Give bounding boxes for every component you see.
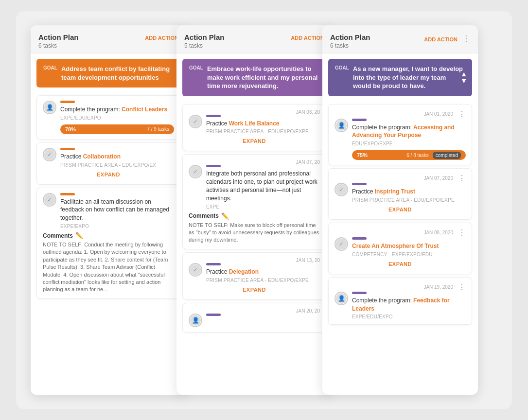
task-3-4: JAN 19, 2020 ⋮ 👤 Complete the program: F… — [328, 277, 472, 325]
task-2-1: JAN 03, 20 ✓ Practice Work Life Balance … — [182, 104, 326, 152]
task-2-1-dot — [206, 115, 221, 117]
task-3-1-more[interactable]: ⋮ — [458, 109, 466, 119]
task-2-3-title: Practice Delegation — [206, 268, 320, 276]
task-3-2-check[interactable]: ✓ — [334, 183, 348, 196]
task-1-2-check[interactable]: ✓ — [43, 148, 56, 161]
task-1-3-dot — [60, 193, 75, 195]
goal-label-3: GOAL — [335, 65, 349, 70]
task-3-2-dot — [352, 183, 367, 185]
task-2-2-comments-text: NOTE TO SELF: Make sure to block off per… — [189, 222, 320, 244]
task-2-2-date: JAN 07, 20 — [296, 159, 320, 165]
task-2-1-link[interactable]: Work Life Balance — [229, 120, 280, 127]
more-options-btn-3[interactable]: ⋮ — [462, 34, 470, 43]
pencil-icon-2-2: ✏️ — [221, 212, 229, 220]
task-3-3-main: Create An Atmosphere Of Trust COMPETENCY… — [352, 237, 466, 257]
task-3-2-expand[interactable]: EXPAND — [334, 203, 466, 214]
task-2-4-date: JAN 20, 20 — [296, 308, 320, 314]
task-3-3-expand[interactable]: EXPAND — [334, 257, 466, 269]
add-action-btn-2[interactable]: ADD ACTION — [291, 35, 324, 41]
card-3-subtitle: 6 tasks — [330, 42, 370, 49]
task-2-3-main: Practice Delegation PRISM PRACTICE AREA … — [206, 263, 320, 283]
card-1-header: Action Plan 6 tasks ADD ACTION — [31, 25, 186, 54]
add-action-btn-3[interactable]: ADD ACTION — [424, 36, 458, 42]
task-3-1-meta: EDU/EXPO/EXPE — [352, 141, 466, 146]
task-2-1-check[interactable]: ✓ — [189, 115, 202, 128]
task-1-2-title: Practice Collaboration — [60, 153, 174, 161]
task-2-4-main — [206, 314, 320, 318]
task-2-1-meta: PRISM PRACTICE AREA - EDU/EXPO/EXPE — [206, 129, 320, 134]
card-2-goal: GOAL Embrace work-life opportunities to … — [182, 59, 326, 96]
task-1-3-check[interactable]: ✓ — [43, 193, 56, 207]
task-3-4-dot — [352, 292, 367, 294]
task-3-3-more[interactable]: ⋮ — [458, 228, 466, 237]
task-2-3-check[interactable]: ✓ — [189, 263, 202, 277]
task-3-2-more[interactable]: ⋮ — [458, 174, 466, 183]
task-2-3: JAN 13, 20 ✓ Practice Delegation PRISM P… — [182, 252, 326, 300]
goal-label-2: GOAL — [189, 65, 203, 70]
task-1-2-link[interactable]: Collaboration — [83, 153, 121, 160]
card-3-body: JAN 01, 2020 ⋮ 👤 Complete the program: A… — [322, 96, 478, 395]
task-3-3-title: Create An Atmosphere Of Trust — [352, 242, 466, 250]
task-3-1-pct: 75% — [357, 152, 368, 158]
task-3-2-meta: PRISM PRACTICE AREA - EDU/EXPO/EXPE — [352, 197, 466, 203]
task-2-3-link[interactable]: Delegation — [229, 268, 259, 275]
task-1-3-main: Facilitate an all-team discussion on fee… — [60, 193, 174, 229]
task-3-1-task-count: 6 / 8 tasks — [406, 153, 429, 158]
task-3-3-meta: COMPETENCY - EXPE/EXPO/EDU — [352, 252, 466, 257]
task-3-3: JAN 08, 2020 ⋮ ✓ Create An Atmosphere Of… — [328, 223, 472, 274]
task-2-3-dot — [206, 263, 221, 265]
task-3-3-date: JAN 08, 2020 — [423, 230, 453, 235]
comments-label-1-3: Comments — [43, 232, 73, 239]
task-1-2-dot — [60, 148, 75, 150]
task-2-4-check[interactable]: 👤 — [189, 314, 202, 327]
task-3-3-check[interactable]: ✓ — [334, 237, 348, 251]
task-3-4-check[interactable]: 👤 — [334, 292, 348, 305]
card-3-header: Action Plan 6 tasks ADD ACTION ⋮ — [322, 25, 478, 54]
task-2-2-check[interactable]: ✓ — [189, 165, 202, 178]
task-2-2-comments-row: Comments ✏️ — [189, 212, 320, 220]
task-3-3-link[interactable]: Create An Atmosphere Of Trust — [352, 243, 439, 249]
task-2-2-dot — [206, 165, 221, 167]
card-2-goal-text: Embrace work-life opportunities to make … — [207, 65, 319, 90]
task-3-1-link[interactable]: Accessing and Advancing Your Purpose — [352, 124, 455, 139]
task-3-1-check[interactable]: 👤 — [334, 119, 348, 132]
task-3-1-progress: 75% 6 / 8 tasks completed — [352, 150, 466, 160]
card-2-header: Action Plan 5 tasks ADD ACTION — [176, 25, 332, 54]
task-3-4-link[interactable]: Feedback for Leaders — [352, 297, 450, 312]
task-1-2-expand[interactable]: EXPAND — [43, 168, 174, 179]
task-1-1-meta: EXPE/EDU/EXPO — [60, 115, 174, 121]
task-1-2: ✓ Practice Collaboration PRISM PRACTICE … — [36, 142, 180, 185]
task-1-1-check[interactable]: 👤 — [43, 101, 56, 114]
card-3-goal-text: As a new manager, I want to develop into… — [353, 65, 465, 90]
action-plan-card-2: Action Plan 5 tasks ADD ACTION GOAL Embr… — [176, 25, 332, 395]
goal-arrows-icon[interactable]: ▲▼ — [460, 70, 467, 84]
task-2-3-meta: PRISM PRACTICE AREA - EDU/EXPO/EXPE — [206, 278, 320, 283]
task-3-3-dot — [352, 237, 367, 240]
task-2-2-main: Integrate both personal and professional… — [206, 165, 320, 209]
task-1-3-meta: EXPE/EXPO — [60, 224, 174, 229]
task-1-3-comments-text: NOTE TO SELF: Conduct the meeting by fol… — [43, 241, 174, 294]
task-3-4-title: Complete the program: Feedback for Leade… — [352, 297, 466, 313]
task-3-4-date: JAN 19, 2020 — [423, 284, 453, 290]
card-3-goal: GOAL As a new manager, I want to develop… — [328, 59, 472, 96]
action-plan-card-3: Action Plan 6 tasks ADD ACTION ⋮ GOAL As… — [322, 25, 478, 395]
task-2-4-dot — [206, 314, 221, 316]
task-1-2-main: Practice Collaboration PRISM PRACTICE AR… — [60, 148, 174, 168]
task-1-1-link[interactable]: Conflict Leaders — [122, 106, 167, 113]
task-2-2-meta: EXPE — [206, 204, 320, 210]
task-3-1-dot — [352, 119, 367, 121]
task-2-2-title: Integrate both personal and professional… — [206, 170, 320, 202]
stage: Action Plan 6 tasks ADD ACTION GOAL Addr… — [16, 11, 512, 409]
task-2-1-expand[interactable]: EXPAND — [189, 134, 320, 146]
task-1-1-dot — [60, 101, 75, 103]
card-3-title: Action Plan — [330, 33, 370, 41]
task-3-4-more[interactable]: ⋮ — [458, 282, 466, 292]
add-action-btn-1[interactable]: ADD ACTION — [145, 35, 178, 41]
task-2-3-date: JAN 13, 20 — [296, 258, 320, 263]
task-3-2-link[interactable]: Inspiring Trust — [375, 188, 415, 195]
task-2-1-date: JAN 03, 20 — [296, 109, 320, 115]
card-1-goal: GOAL Address team conflict by facilitati… — [36, 59, 180, 88]
task-2-4: JAN 20, 20 👤 — [182, 303, 326, 332]
task-1-3-title: Facilitate an all-team discussion on fee… — [60, 198, 174, 222]
task-2-3-expand[interactable]: EXPAND — [189, 283, 320, 295]
